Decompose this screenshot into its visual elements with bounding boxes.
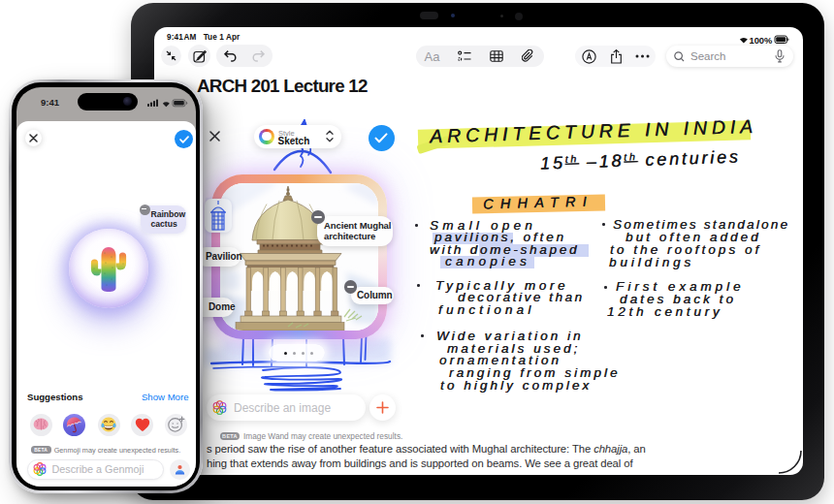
- svg-text:100%: 100%: [750, 36, 774, 46]
